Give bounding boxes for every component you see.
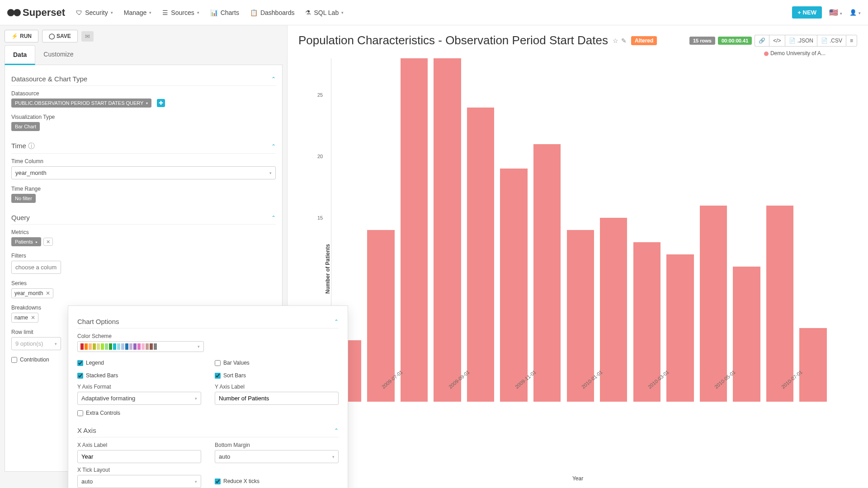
x-axis-label-input[interactable]	[77, 450, 201, 463]
sort-bars-checkbox-row[interactable]: Sort Bars	[215, 372, 339, 379]
star-icon[interactable]: ☆	[613, 37, 618, 44]
bar[interactable]	[567, 230, 594, 402]
datasource-edit-button[interactable]: ✚	[157, 99, 165, 107]
bar[interactable]	[766, 206, 793, 402]
x-axis-label: Year	[298, 475, 857, 482]
bars-container	[331, 58, 830, 402]
time-range-select[interactable]: No filter	[11, 194, 36, 203]
extra-controls-checkbox[interactable]	[77, 410, 83, 416]
tab-customize[interactable]: Customize	[35, 45, 81, 65]
save-button[interactable]: ◯SAVE	[42, 30, 78, 42]
metric-remove[interactable]: ✕	[43, 238, 53, 246]
remove-icon[interactable]: ✕	[31, 314, 35, 321]
bar[interactable]	[434, 58, 461, 402]
color-swatch	[93, 343, 96, 350]
nav-charts[interactable]: 📊Charts	[210, 9, 239, 16]
embed-button[interactable]: </>	[769, 35, 784, 47]
new-button[interactable]: + NEW	[792, 6, 822, 19]
locale-flag[interactable]: 🇺🇸 ▾	[829, 8, 842, 17]
export-button-group: 🔗 </> 📄.JSON 📄.CSV ≡	[755, 35, 857, 47]
sort-bars-checkbox[interactable]	[215, 373, 221, 379]
metric-chip[interactable]: Patients▸	[11, 237, 41, 246]
y-axis-label-input[interactable]	[215, 392, 339, 405]
row-limit-select[interactable]: 9 option(s)	[11, 337, 61, 350]
bottom-margin-select[interactable]: auto	[215, 450, 339, 463]
bar[interactable]	[666, 254, 693, 402]
chart-options-header[interactable]: Chart Options⌃	[77, 313, 339, 328]
rows-badge: 15 rows	[689, 37, 715, 45]
metrics-label: Metrics	[11, 229, 276, 235]
run-button[interactable]: ⚡RUN	[5, 30, 38, 42]
chevron-down-icon: ▾	[197, 10, 199, 15]
stacked-bars-checkbox-row[interactable]: Stacked Bars	[77, 372, 201, 379]
section-query-header[interactable]: Query⌃	[11, 209, 276, 225]
color-swatch	[142, 343, 145, 350]
color-swatch	[129, 343, 132, 350]
nav-security[interactable]: 🛡Security▾	[76, 9, 113, 16]
color-scheme-label: Color Scheme	[77, 333, 339, 339]
bolt-icon: ⚡	[11, 33, 18, 39]
bar[interactable]	[533, 144, 561, 402]
nav-sources[interactable]: ☰Sources▾	[162, 9, 199, 16]
chevron-up-icon: ⌃	[271, 215, 276, 221]
color-scheme-select[interactable]	[77, 341, 204, 352]
chevron-down-icon: ▾	[146, 101, 148, 105]
csv-button[interactable]: 📄.CSV	[817, 35, 846, 47]
x-tick-layout-label: X Tick Layout	[77, 467, 201, 473]
x-tick-layout-select[interactable]: auto	[77, 475, 201, 488]
top-navbar: Superset 🛡Security▾ Manage▾ ☰Sources▾ 📊C…	[0, 0, 868, 25]
file-icon: 📄	[789, 38, 796, 44]
legend-checkbox-row[interactable]: Legend	[77, 360, 201, 366]
bar[interactable]	[367, 230, 394, 402]
code-icon: </>	[773, 38, 781, 44]
nav-dashboards[interactable]: 📋Dashboards	[250, 9, 295, 16]
filters-label: Filters	[11, 253, 61, 259]
bar[interactable]	[733, 267, 760, 402]
link-button[interactable]: 🔗	[755, 35, 769, 47]
y-axis-format-select[interactable]: Adaptative formating	[77, 392, 201, 405]
user-menu[interactable]: 👤 ▾	[849, 9, 861, 16]
tab-data[interactable]: Data	[5, 45, 35, 65]
chart-legend[interactable]: Demo University of A...	[298, 50, 857, 56]
bar-values-checkbox-row[interactable]: Bar Values	[215, 360, 339, 366]
stacked-bars-checkbox[interactable]	[77, 373, 83, 379]
chart-options-popup: Chart Options⌃ Color Scheme Legend Bar V…	[68, 305, 348, 488]
explore-left-panel: ⚡RUN ◯SAVE ✉ Data Customize Datasource &…	[0, 25, 288, 488]
filters-input[interactable]	[11, 261, 61, 274]
section-datasource-header[interactable]: Datasource & Chart Type⌃	[11, 70, 276, 86]
viz-type-select[interactable]: Bar Chart	[11, 122, 40, 131]
breakdowns-chip[interactable]: name✕	[11, 313, 38, 323]
color-swatch	[117, 343, 120, 350]
reduce-x-ticks-row[interactable]: Reduce X ticks	[215, 476, 339, 487]
edit-icon[interactable]: ✎	[621, 37, 627, 44]
remove-icon[interactable]: ✕	[46, 290, 50, 296]
bar[interactable]	[401, 58, 428, 402]
time-badge: 00:00:00.41	[718, 37, 752, 45]
altered-badge[interactable]: Altered	[631, 36, 657, 45]
chart-area: Number of Patients 2009-07-012009-09-012…	[298, 58, 857, 479]
reduce-x-ticks-checkbox[interactable]	[215, 479, 221, 484]
bar-values-checkbox[interactable]	[215, 360, 221, 366]
x-axis-header[interactable]: X Axis⌃	[77, 422, 339, 437]
y-tick-label: 25	[317, 92, 323, 98]
bar[interactable]	[600, 218, 627, 402]
color-swatch	[125, 343, 128, 350]
bar[interactable]	[700, 206, 727, 402]
bar[interactable]	[500, 169, 527, 402]
bar[interactable]	[467, 108, 494, 402]
email-report-button[interactable]: ✉	[81, 31, 94, 42]
chart-title: Population Characteristics - Observation…	[298, 33, 608, 47]
nav-manage[interactable]: Manage▾	[124, 9, 152, 16]
legend-checkbox[interactable]	[77, 360, 83, 366]
datasource-select[interactable]: PUBLIC.OBSERVATION PERIOD START DATES QU…	[11, 99, 151, 108]
menu-button[interactable]: ≡	[846, 35, 857, 47]
json-button[interactable]: 📄.JSON	[785, 35, 817, 47]
contribution-checkbox[interactable]	[11, 357, 17, 363]
time-column-select[interactable]: year_month	[11, 166, 276, 179]
nav-sqllab[interactable]: ⚗SQL Lab▾	[305, 9, 344, 16]
extra-controls-checkbox-row[interactable]: Extra Controls	[77, 410, 339, 416]
brand-logo[interactable]: Superset	[7, 7, 65, 19]
section-time-header[interactable]: Time ⓘ⌃	[11, 137, 276, 154]
series-chip[interactable]: year_month✕	[11, 288, 53, 298]
save-icon: ◯	[49, 33, 55, 39]
